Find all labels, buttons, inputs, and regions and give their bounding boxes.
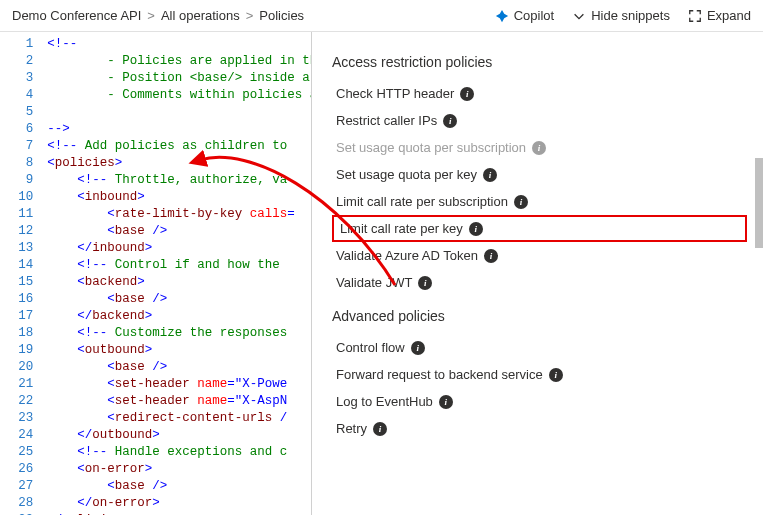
breadcrumb-sep: > (147, 8, 155, 23)
policy-item[interactable]: Limit call rate per subscriptioni (332, 188, 747, 215)
policy-label: Validate JWT (336, 275, 412, 290)
code-line[interactable]: <base /> (47, 291, 311, 308)
code-line[interactable]: <set-header name="X-Powe (47, 376, 311, 393)
policy-label: Restrict caller IPs (336, 113, 437, 128)
code-line[interactable]: --> (47, 121, 311, 138)
code-line[interactable]: <inbound> (47, 189, 311, 206)
code-line[interactable]: </on-error> (47, 495, 311, 512)
expand-icon (688, 9, 702, 23)
code-line[interactable]: <set-header name="X-AspN (47, 393, 311, 410)
code-content[interactable]: <!-- - Policies are applied in th - Posi… (43, 32, 311, 515)
info-icon[interactable]: i (532, 141, 546, 155)
code-line[interactable]: <backend> (47, 274, 311, 291)
info-icon[interactable]: i (549, 368, 563, 382)
code-line[interactable]: <!-- Throttle, authorize, va (47, 172, 311, 189)
policy-label: Check HTTP header (336, 86, 454, 101)
policy-item[interactable]: Control flowi (332, 334, 747, 361)
info-icon[interactable]: i (483, 168, 497, 182)
info-icon[interactable]: i (460, 87, 474, 101)
code-line[interactable]: <outbound> (47, 342, 311, 359)
code-line[interactable]: <base /> (47, 359, 311, 376)
code-line[interactable]: <!-- (47, 36, 311, 53)
code-line[interactable]: </backend> (47, 308, 311, 325)
policy-group-title: Access restriction policies (332, 54, 747, 70)
policy-item[interactable]: Restrict caller IPsi (332, 107, 747, 134)
breadcrumb: Demo Conference API > All operations > P… (12, 8, 304, 23)
policy-label: Log to EventHub (336, 394, 433, 409)
policy-label: Control flow (336, 340, 405, 355)
policy-label: Validate Azure AD Token (336, 248, 478, 263)
info-icon[interactable]: i (484, 249, 498, 263)
policy-item[interactable]: Validate Azure AD Tokeni (332, 242, 747, 269)
expand-button[interactable]: Expand (688, 8, 751, 23)
info-icon[interactable]: i (443, 114, 457, 128)
code-line[interactable]: </outbound> (47, 427, 311, 444)
policy-label: Limit call rate per key (340, 221, 463, 236)
policy-item[interactable]: Set usage quota per keyi (332, 161, 747, 188)
chevron-down-icon (572, 9, 586, 23)
policy-label: Limit call rate per subscription (336, 194, 508, 209)
copilot-label: Copilot (514, 8, 554, 23)
policy-label: Set usage quota per key (336, 167, 477, 182)
policy-label: Set usage quota per subscription (336, 140, 526, 155)
breadcrumb-sep: > (246, 8, 254, 23)
code-line[interactable]: <!-- Customize the responses (47, 325, 311, 342)
line-gutter: 1234567891011121314151617181920212223242… (0, 32, 43, 515)
copilot-icon (495, 9, 509, 23)
code-line[interactable]: <base /> (47, 223, 311, 240)
code-line[interactable]: <!-- Control if and how the (47, 257, 311, 274)
policy-item[interactable]: Check HTTP headeri (332, 80, 747, 107)
info-icon[interactable]: i (373, 422, 387, 436)
copilot-button[interactable]: Copilot (495, 8, 554, 23)
info-icon[interactable]: i (439, 395, 453, 409)
breadcrumb-current: Policies (259, 8, 304, 23)
code-line[interactable]: - Position <base/> inside a (47, 70, 311, 87)
code-line[interactable]: <policies> (47, 155, 311, 172)
expand-label: Expand (707, 8, 751, 23)
policy-group-title: Advanced policies (332, 308, 747, 324)
policy-panel: Access restriction policiesCheck HTTP he… (312, 32, 763, 515)
code-line[interactable]: - Comments within policies a (47, 87, 311, 104)
header-bar: Demo Conference API > All operations > P… (0, 0, 763, 32)
policy-item[interactable]: Validate JWTi (332, 269, 747, 296)
code-line[interactable]: </inbound> (47, 240, 311, 257)
policy-item[interactable]: Retryi (332, 415, 747, 442)
code-line[interactable]: - Policies are applied in th (47, 53, 311, 70)
hide-snippets-label: Hide snippets (591, 8, 670, 23)
scrollbar-thumb[interactable] (755, 158, 763, 248)
info-icon[interactable]: i (514, 195, 528, 209)
code-line[interactable] (47, 104, 311, 121)
hide-snippets-button[interactable]: Hide snippets (572, 8, 670, 23)
policy-item[interactable]: Log to EventHubi (332, 388, 747, 415)
main-area: 1234567891011121314151617181920212223242… (0, 32, 763, 515)
policy-item[interactable]: Limit call rate per keyi (332, 215, 747, 242)
info-icon[interactable]: i (469, 222, 483, 236)
breadcrumb-api[interactable]: Demo Conference API (12, 8, 141, 23)
code-line[interactable]: <!-- Add policies as children to (47, 138, 311, 155)
code-line[interactable]: <rate-limit-by-key calls= (47, 206, 311, 223)
code-line[interactable]: <redirect-content-urls / (47, 410, 311, 427)
breadcrumb-ops[interactable]: All operations (161, 8, 240, 23)
policy-item[interactable]: Forward request to backend servicei (332, 361, 747, 388)
code-line[interactable]: <base /> (47, 478, 311, 495)
policy-label: Forward request to backend service (336, 367, 543, 382)
info-icon[interactable]: i (418, 276, 432, 290)
code-line[interactable]: <on-error> (47, 461, 311, 478)
code-editor[interactable]: 1234567891011121314151617181920212223242… (0, 32, 312, 515)
policy-label: Retry (336, 421, 367, 436)
header-actions: Copilot Hide snippets Expand (495, 8, 751, 23)
code-line[interactable]: <!-- Handle exceptions and c (47, 444, 311, 461)
policy-item: Set usage quota per subscriptioni (332, 134, 747, 161)
info-icon[interactable]: i (411, 341, 425, 355)
